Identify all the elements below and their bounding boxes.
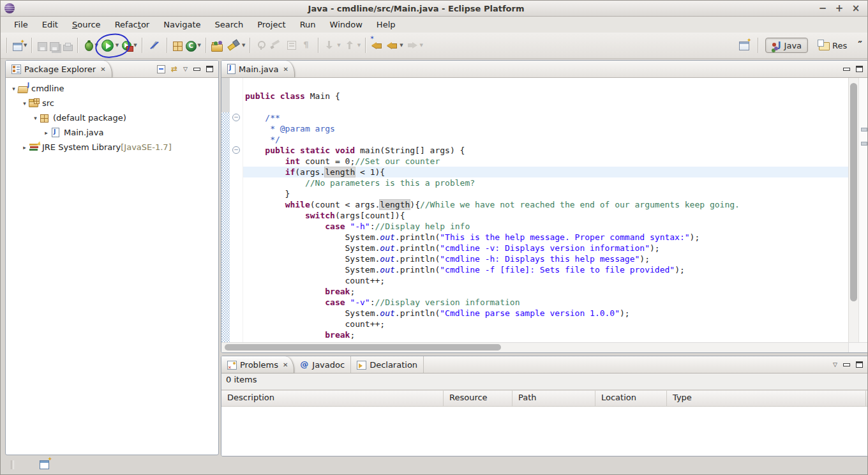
view-menu-icon[interactable]: ▽ [833, 361, 837, 368]
problems-table-body[interactable] [221, 407, 868, 456]
tree-item-label: Main.java [64, 128, 103, 137]
perspective-bar: JavaRes ″ [738, 37, 867, 54]
close-button[interactable]: × [851, 3, 861, 13]
menu-help[interactable]: Help [370, 19, 403, 31]
column-header-description[interactable]: Description [221, 391, 444, 406]
menu-run[interactable]: Run [293, 19, 323, 31]
column-header-type[interactable]: Type [667, 391, 866, 406]
maximize-view-icon[interactable] [206, 66, 213, 72]
tree-item-main-java[interactable]: ▸Main.java [6, 125, 218, 140]
debug-dropdown-icon[interactable]: ▼ [94, 43, 98, 48]
eclipse-app-icon[interactable] [4, 3, 15, 13]
tree-item-label: src [42, 98, 54, 108]
back-dropdown-icon[interactable]: ▼ [400, 43, 403, 48]
tab-package-explorer[interactable]: Package Explorer ✕ [6, 61, 112, 77]
tree-item-cmdline[interactable]: ▾cmdline [6, 81, 218, 96]
maximize-view-icon[interactable] [856, 361, 863, 368]
column-header-resource[interactable]: Resource [444, 391, 513, 406]
save-icon [38, 42, 47, 51]
folding-column[interactable]: −− [230, 78, 243, 343]
toolbar-icon-skip-breakpoints[interactable] [146, 37, 163, 54]
horizontal-scrollbar[interactable] [221, 342, 849, 352]
open-perspective-button[interactable] [738, 37, 751, 54]
collapse-arrow-icon[interactable]: ▾ [31, 115, 40, 121]
toolbar-icon-new-class[interactable]: ▼ [184, 37, 202, 54]
collapse-arrow-icon[interactable]: ▾ [10, 86, 18, 92]
toolbar-icon-search[interactable]: ▼ [224, 37, 246, 54]
code-line: public static void main(String[] args) { [243, 145, 848, 156]
toolbar-icon-open-task[interactable] [209, 37, 224, 54]
toolbar-separator [142, 38, 142, 53]
view-menu-icon[interactable]: ▽ [183, 66, 188, 72]
maximize-button[interactable]: + [834, 3, 844, 13]
tab-problems[interactable]: Problems✕ [221, 356, 294, 373]
menu-refactor[interactable]: Refactor [108, 19, 157, 31]
code-area[interactable]: public class Main { /** * @param args */… [243, 78, 848, 343]
fast-view-icon[interactable] [40, 460, 49, 469]
menu-edit[interactable]: Edit [35, 19, 65, 31]
menu-file[interactable]: File [7, 19, 35, 31]
last-edit-icon [370, 39, 383, 52]
close-icon[interactable]: ✕ [283, 66, 288, 73]
toolbar-icon-debug[interactable]: ▼ [81, 37, 99, 54]
tab-declaration[interactable]: Declaration [351, 356, 424, 373]
menu-search[interactable]: Search [208, 19, 251, 31]
minimize-view-icon[interactable] [193, 68, 200, 71]
occurrence-mark[interactable] [861, 142, 867, 146]
menu-navigate[interactable]: Navigate [156, 19, 207, 31]
toolbar-icon-back[interactable]: ▼ [384, 37, 404, 54]
fold-collapse-icon[interactable]: − [232, 146, 240, 154]
perspective-button-java[interactable]: Java [765, 38, 808, 53]
title-bar: Java - cmdline/src/Main.java - Eclipse P… [1, 1, 867, 17]
run-dropdown-icon[interactable]: ▼ [116, 43, 119, 48]
link-with-editor-icon[interactable]: ⇄ [171, 64, 177, 73]
annotation-ruler[interactable] [221, 78, 230, 343]
collapse-arrow-icon[interactable]: ▾ [20, 100, 29, 107]
back-icon [385, 39, 398, 52]
occurrence-mark[interactable] [861, 128, 867, 132]
toolbar-icon-new-java-project[interactable] [170, 37, 184, 54]
minimize-editor-icon[interactable] [843, 68, 850, 71]
tree-item-src[interactable]: ▾src [6, 96, 218, 110]
column-header-location[interactable]: Location [595, 391, 667, 406]
code-line-current: if(args.length < 1){ [243, 167, 848, 177]
tree-item-jre-system-library[interactable]: ▸JRE System Library [JavaSE-1.7] [6, 140, 218, 155]
toolbar-icon-last-edit[interactable] [369, 37, 384, 54]
fold-collapse-icon[interactable]: − [232, 114, 240, 121]
toolbar-icon-run-external[interactable]: ▼ [120, 37, 138, 54]
statusbar-handle [11, 460, 14, 469]
save-all-icon [50, 42, 59, 51]
pkg-icon [40, 113, 50, 123]
search-dropdown-icon[interactable]: ▼ [242, 43, 245, 48]
vertical-scrollbar[interactable] [848, 78, 858, 343]
collapse-all-icon[interactable] [157, 65, 165, 73]
close-icon[interactable]: ✕ [100, 66, 105, 73]
expand-arrow-icon[interactable]: ▸ [42, 130, 50, 136]
print-icon [63, 45, 73, 51]
toolbar-overflow-chevron[interactable]: ″ [858, 40, 862, 51]
perspective-button-res[interactable]: Res [813, 38, 853, 52]
horizontal-scroll-thumb[interactable] [225, 344, 501, 351]
java-file-icon [227, 64, 236, 74]
expand-arrow-icon[interactable]: ▸ [20, 144, 29, 151]
toolbar-icon-run[interactable]: ▼ [100, 37, 120, 54]
menu-source[interactable]: Source [65, 19, 108, 31]
vertical-scroll-thumb[interactable] [850, 83, 857, 301]
new-class-dropdown-icon[interactable]: ▼ [198, 43, 201, 48]
overview-ruler[interactable] [858, 78, 868, 343]
menu-window[interactable]: Window [323, 19, 370, 31]
menu-project[interactable]: Project [250, 19, 292, 31]
toolbar-icon-arr-down: ▼ [322, 37, 341, 54]
tab-javadoc[interactable]: Javadoc [294, 356, 351, 373]
minimize-view-icon[interactable] [843, 363, 850, 366]
perspective-label: Res [832, 41, 847, 50]
minimize-button[interactable]: − [818, 3, 828, 13]
tree-item-label: JRE System Library [42, 142, 121, 152]
tree-item--default-package-[interactable]: ▾(default package) [6, 110, 218, 125]
tab-main-java[interactable]: Main.java ✕ [221, 61, 295, 77]
toolbar-icon-new-wizard[interactable]: ▼ [10, 37, 28, 54]
column-header-path[interactable]: Path [513, 391, 595, 406]
run-external-dropdown-icon[interactable]: ▼ [133, 43, 137, 48]
maximize-editor-icon[interactable] [856, 66, 863, 72]
close-icon[interactable]: ✕ [283, 361, 288, 368]
